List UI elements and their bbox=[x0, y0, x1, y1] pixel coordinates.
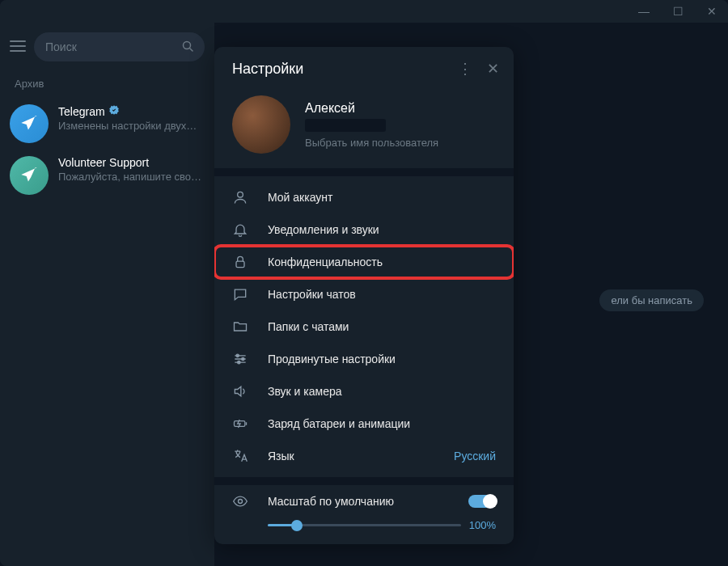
settings-modal: Настройки ⋮ ✕ Алексей Выбрать имя пользо… bbox=[214, 47, 514, 544]
menu-item-sound[interactable]: Звук и камера bbox=[214, 375, 514, 408]
titlebar: — ☐ ✕ bbox=[0, 0, 728, 23]
svg-rect-2 bbox=[236, 261, 244, 268]
profile-phone-redacted bbox=[305, 119, 386, 132]
minimize-button[interactable]: — bbox=[634, 5, 654, 18]
lock-icon bbox=[232, 254, 248, 270]
svg-point-0 bbox=[184, 41, 191, 49]
maximize-button[interactable]: ☐ bbox=[668, 5, 688, 18]
sliders-icon bbox=[232, 351, 248, 367]
modal-title: Настройки bbox=[232, 61, 443, 78]
menu-item-battery[interactable]: Заряд батареи и анимации bbox=[214, 408, 514, 440]
more-icon[interactable]: ⋮ bbox=[458, 60, 472, 78]
chat-preview: Изменены настройки двух… bbox=[58, 120, 205, 132]
close-window-button[interactable]: ✕ bbox=[702, 5, 722, 18]
profile-name: Алексей bbox=[305, 101, 496, 116]
search-input[interactable]: Поиск bbox=[34, 32, 205, 61]
svg-point-5 bbox=[238, 361, 240, 364]
person-icon bbox=[232, 189, 248, 205]
divider bbox=[214, 168, 514, 176]
slider-thumb[interactable] bbox=[291, 520, 303, 531]
hamburger-menu-icon[interactable] bbox=[10, 39, 26, 56]
scale-block: Масштаб по умолчанию 100% bbox=[214, 485, 514, 544]
settings-menu: Мой аккаунт Уведомления и звуки Конфиден… bbox=[214, 176, 514, 477]
folder-icon bbox=[232, 319, 248, 335]
divider bbox=[214, 477, 514, 485]
profile-username-hint: Выбрать имя пользователя bbox=[305, 137, 496, 149]
chat-icon bbox=[232, 286, 248, 302]
svg-point-7 bbox=[239, 500, 243, 504]
menu-item-notifications[interactable]: Уведомления и звуки bbox=[214, 213, 514, 246]
menu-item-folders[interactable]: Папки с чатами bbox=[214, 310, 514, 343]
app-window: — ☐ ✕ Поиск Архив bbox=[0, 0, 728, 566]
sidebar: Поиск Архив Telegram bbox=[0, 23, 214, 566]
scale-slider[interactable] bbox=[268, 524, 461, 526]
eye-icon bbox=[232, 493, 248, 509]
search-icon bbox=[182, 40, 193, 54]
scale-value: 100% bbox=[469, 519, 496, 531]
battery-icon bbox=[232, 416, 248, 432]
avatar bbox=[10, 156, 49, 195]
chat-item-volunteer[interactable]: Volunteer Support Пожалуйста, напишите с… bbox=[0, 150, 214, 201]
language-value: Русский bbox=[454, 450, 496, 463]
menu-item-privacy[interactable]: Конфиденциальность bbox=[214, 246, 514, 278]
menu-item-language[interactable]: Язык Русский bbox=[214, 440, 514, 472]
chat-title: Volunteer Support bbox=[58, 156, 149, 169]
menu-item-account[interactable]: Мой аккаунт bbox=[214, 181, 514, 213]
profile-avatar bbox=[232, 95, 290, 154]
language-icon bbox=[232, 448, 248, 464]
speaker-icon bbox=[232, 383, 248, 399]
chat-item-telegram[interactable]: Telegram Изменены настройки двух… bbox=[0, 98, 214, 150]
profile-block[interactable]: Алексей Выбрать имя пользователя bbox=[214, 89, 514, 168]
verified-icon bbox=[108, 104, 120, 118]
svg-point-3 bbox=[236, 354, 239, 357]
close-icon[interactable]: ✕ bbox=[487, 60, 499, 78]
scale-toggle[interactable] bbox=[468, 495, 496, 508]
archive-label: Архив bbox=[0, 71, 214, 98]
empty-hint: ели бы написать bbox=[599, 289, 704, 311]
svg-point-4 bbox=[242, 357, 244, 360]
chat-title: Telegram bbox=[58, 105, 105, 118]
svg-point-1 bbox=[238, 192, 243, 197]
menu-item-advanced[interactable]: Продвинутые настройки bbox=[214, 343, 514, 375]
bell-icon bbox=[232, 222, 248, 238]
search-placeholder: Поиск bbox=[45, 40, 77, 53]
menu-item-chats[interactable]: Настройки чатов bbox=[214, 278, 514, 310]
avatar bbox=[10, 104, 49, 143]
chat-preview: Пожалуйста, напишите сво… bbox=[58, 171, 205, 183]
